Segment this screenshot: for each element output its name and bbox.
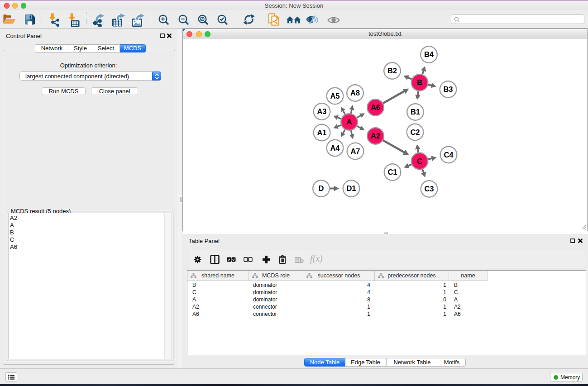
svg-text:B2: B2 xyxy=(387,67,397,75)
svg-text:A: A xyxy=(347,118,352,126)
svg-text:C4: C4 xyxy=(444,151,454,159)
svg-text:A4: A4 xyxy=(330,144,340,152)
svg-text:A5: A5 xyxy=(330,92,339,100)
svg-text:D: D xyxy=(319,184,324,192)
svg-text:D1: D1 xyxy=(346,184,356,192)
svg-text:B3: B3 xyxy=(443,85,453,93)
svg-text:A3: A3 xyxy=(317,107,326,115)
svg-text:A8: A8 xyxy=(350,89,360,97)
svg-text:A7: A7 xyxy=(350,147,360,155)
svg-text:A6: A6 xyxy=(371,103,380,111)
svg-text:A1: A1 xyxy=(317,129,326,137)
svg-text:A2: A2 xyxy=(371,132,380,140)
svg-text:B: B xyxy=(417,78,422,86)
svg-text:C2: C2 xyxy=(410,128,420,136)
svg-text:B4: B4 xyxy=(424,50,434,58)
svg-text:B1: B1 xyxy=(411,108,420,116)
svg-text:C3: C3 xyxy=(424,185,434,193)
svg-text:C: C xyxy=(417,157,422,165)
svg-text:C1: C1 xyxy=(387,168,397,176)
